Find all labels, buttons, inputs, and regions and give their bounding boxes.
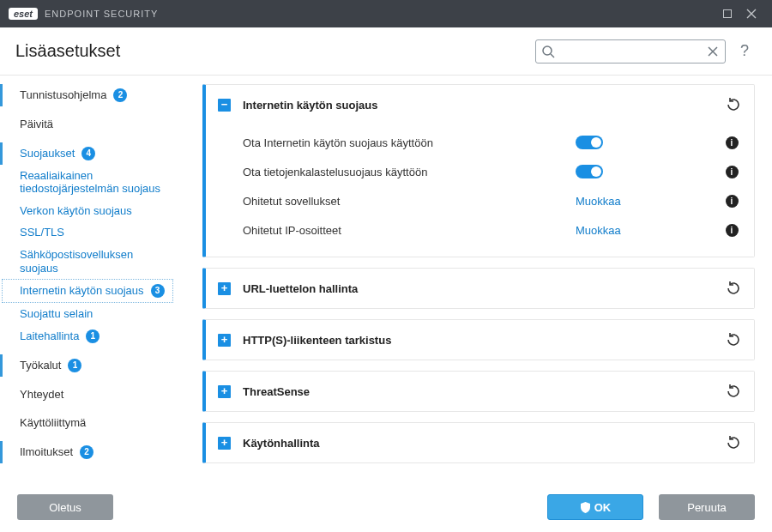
- reset-icon[interactable]: [725, 434, 742, 451]
- card-header[interactable]: + HTTP(S)-liikenteen tarkistus: [206, 320, 754, 360]
- sidebar-item-label: Työkalut: [20, 359, 61, 372]
- row-label: Ota tietojenkalastelusuojaus käyttöön: [243, 166, 576, 178]
- card-usage-control: + Käytönhallinta: [202, 422, 755, 463]
- sidebar-item-web-protection[interactable]: Internetin käytön suojaus 3: [2, 279, 173, 303]
- collapse-icon: −: [218, 99, 231, 112]
- row-label: Ota Internetin käytön suojaus käyttöön: [243, 136, 576, 149]
- sidebar-item-label: Käyttöliittymä: [20, 416, 86, 430]
- card-title: HTTP(S)-liikenteen tarkistus: [243, 334, 725, 347]
- shield-icon: [580, 502, 591, 513]
- card-title: ThreatSense: [243, 385, 725, 398]
- sidebar-item-update[interactable]: Päivitä: [0, 113, 177, 136]
- sidebar-item-protections[interactable]: Suojaukset 4: [0, 142, 177, 165]
- badge: 3: [151, 284, 165, 298]
- maximize-icon: [723, 9, 732, 18]
- help-button[interactable]: ?: [733, 42, 757, 60]
- sidebar-item-ui[interactable]: Käyttöliittymä: [0, 412, 177, 434]
- toggle-enable-web[interactable]: [576, 136, 603, 149]
- expand-icon: +: [218, 334, 231, 347]
- sidebar-item-email-protection[interactable]: Sähköpostisovelluksen suojaus: [0, 244, 177, 279]
- sidebar-item-tools[interactable]: Työkalut 1: [0, 354, 177, 377]
- reset-icon[interactable]: [725, 280, 742, 297]
- sidebar-item-label: Reaaliaikainen tiedostojärjestelmän suoj…: [20, 169, 166, 196]
- clear-search-icon[interactable]: [706, 45, 720, 58]
- search-box[interactable]: [535, 39, 726, 63]
- sidebar-item-label: Verkon käytön suojaus: [20, 204, 132, 218]
- toggle-enable-phishing[interactable]: [576, 165, 603, 178]
- svg-point-0: [543, 46, 552, 55]
- sidebar-item-ssl-tls[interactable]: SSL/TLS: [0, 221, 177, 244]
- edit-link-excluded-ips[interactable]: Muokkaa: [576, 224, 621, 237]
- svg-line-1: [551, 54, 554, 57]
- window-titlebar: eset ENDPOINT SECURITY: [0, 0, 772, 27]
- default-button[interactable]: Oletus: [17, 494, 113, 520]
- sidebar-item-label: Sähköpostisovelluksen suojaus: [20, 248, 166, 275]
- card-web-protection: − Internetin käytön suojaus Ota Internet…: [202, 84, 755, 257]
- reset-icon[interactable]: [725, 331, 742, 348]
- sidebar: Tunnistusohjelma 2 Päivitä Suojaukset 4 …: [0, 76, 182, 482]
- row-enable-web-protection: Ota Internetin käytön suojaus käyttöön i: [243, 128, 742, 157]
- info-icon[interactable]: i: [726, 195, 739, 208]
- expand-icon: +: [218, 437, 231, 450]
- cancel-button[interactable]: Peruuta: [659, 494, 755, 520]
- card-title: Käytönhallinta: [243, 437, 725, 450]
- sidebar-item-label: SSL/TLS: [20, 226, 64, 239]
- card-header[interactable]: + ThreatSense: [206, 372, 754, 411]
- sidebar-item-notifications[interactable]: Ilmoitukset 2: [0, 441, 177, 463]
- ok-button-label: OK: [594, 501, 612, 514]
- close-icon: [746, 9, 757, 19]
- expand-icon: +: [218, 385, 231, 398]
- sidebar-item-realtime-fs[interactable]: Reaaliaikainen tiedostojärjestelmän suoj…: [0, 165, 177, 200]
- sidebar-item-label: Yhteydet: [20, 388, 63, 402]
- row-label: Ohitetut sovellukset: [243, 195, 576, 208]
- search-input[interactable]: [558, 40, 703, 63]
- sidebar-item-detection[interactable]: Tunnistusohjelma 2: [0, 84, 177, 106]
- card-title: Internetin käytön suojaus: [243, 99, 725, 112]
- edit-link-excluded-apps[interactable]: Muokkaa: [576, 195, 621, 208]
- sidebar-item-label: Ilmoitukset: [20, 445, 73, 459]
- sidebar-item-label: Internetin käytön suojaus: [20, 284, 144, 298]
- sidebar-item-network-protection[interactable]: Verkon käytön suojaus: [0, 200, 177, 222]
- content-area: − Internetin käytön suojaus Ota Internet…: [182, 76, 772, 482]
- badge: 2: [80, 445, 93, 459]
- card-header[interactable]: + Käytönhallinta: [206, 423, 754, 462]
- badge: 4: [81, 147, 95, 160]
- badge: 1: [86, 329, 100, 343]
- sidebar-item-label: Tunnistusohjelma: [20, 88, 106, 102]
- row-excluded-ips: Ohitetut IP-osoitteet Muokkaa i: [243, 215, 742, 245]
- brand-logo: eset: [9, 8, 38, 20]
- card-header[interactable]: + URL-luettelon hallinta: [206, 269, 754, 308]
- sidebar-item-secure-browser[interactable]: Suojattu selain: [0, 303, 177, 325]
- window-close-button[interactable]: [739, 2, 763, 26]
- search-icon: [541, 45, 555, 58]
- sidebar-item-label: Päivitä: [20, 118, 53, 131]
- sidebar-item-label: Suojaukset: [20, 147, 75, 160]
- reset-icon[interactable]: [725, 383, 742, 400]
- card-url-list: + URL-luettelon hallinta: [202, 268, 755, 309]
- card-https-check: + HTTP(S)-liikenteen tarkistus: [202, 319, 755, 360]
- row-label: Ohitetut IP-osoitteet: [243, 224, 576, 237]
- row-excluded-apps: Ohitetut sovellukset Muokkaa i: [243, 186, 742, 215]
- card-header[interactable]: − Internetin käytön suojaus: [206, 85, 754, 124]
- ok-button[interactable]: OK: [547, 494, 643, 520]
- badge: 2: [113, 88, 127, 102]
- header-bar: Lisäasetukset ?: [0, 27, 772, 76]
- reset-icon[interactable]: [725, 96, 742, 113]
- card-title: URL-luettelon hallinta: [243, 282, 725, 295]
- card-threatsense: + ThreatSense: [202, 371, 755, 412]
- badge: 1: [68, 359, 81, 372]
- footer-bar: Oletus OK Peruuta: [0, 482, 772, 532]
- window-maximize-button[interactable]: [715, 2, 739, 26]
- info-icon[interactable]: i: [726, 136, 739, 149]
- info-icon[interactable]: i: [726, 224, 739, 237]
- info-icon[interactable]: i: [726, 166, 739, 178]
- expand-icon: +: [218, 282, 231, 295]
- page-title: Lisäasetukset: [15, 41, 120, 61]
- sidebar-item-connections[interactable]: Yhteydet: [0, 384, 177, 406]
- sidebar-item-device-control[interactable]: Laitehallinta 1: [0, 325, 177, 348]
- app-name: ENDPOINT SECURITY: [45, 9, 158, 19]
- row-enable-phishing: Ota tietojenkalastelusuojaus käyttöön i: [243, 157, 742, 186]
- sidebar-item-label: Laitehallinta: [20, 329, 79, 343]
- sidebar-item-label: Suojattu selain: [20, 307, 93, 321]
